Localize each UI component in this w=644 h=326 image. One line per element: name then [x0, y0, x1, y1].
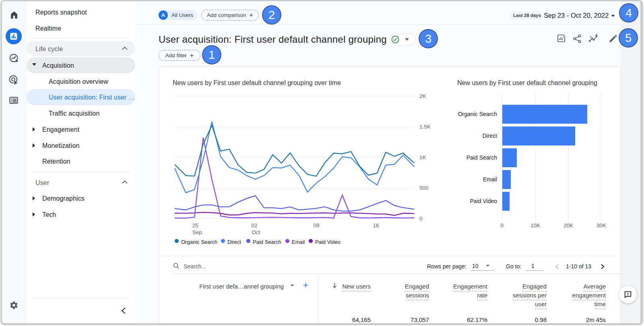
- svg-text:1K: 1K: [419, 154, 426, 160]
- svg-text:Sep: Sep: [192, 229, 202, 235]
- svg-text:10K: 10K: [530, 222, 540, 228]
- svg-text:20K: 20K: [564, 222, 573, 228]
- svg-text:Organic Search: Organic Search: [458, 111, 497, 117]
- svg-text:0: 0: [500, 222, 504, 228]
- svg-text:09: 09: [313, 222, 319, 228]
- svg-text:02: 02: [251, 222, 257, 228]
- svg-text:Paid Search: Paid Search: [466, 154, 497, 161]
- svg-text:16: 16: [373, 222, 379, 228]
- svg-text:25: 25: [192, 222, 198, 228]
- svg-text:Direct: Direct: [482, 133, 497, 139]
- svg-text:500: 500: [419, 185, 429, 191]
- svg-text:2K: 2K: [419, 93, 426, 99]
- svg-text:Paid Video: Paid Video: [470, 198, 497, 204]
- svg-text:30K: 30K: [597, 222, 606, 228]
- svg-text:1.5K: 1.5K: [419, 124, 431, 130]
- svg-text:0: 0: [419, 216, 423, 222]
- svg-text:Oct: Oct: [252, 229, 260, 235]
- svg-text:Email: Email: [483, 176, 497, 183]
